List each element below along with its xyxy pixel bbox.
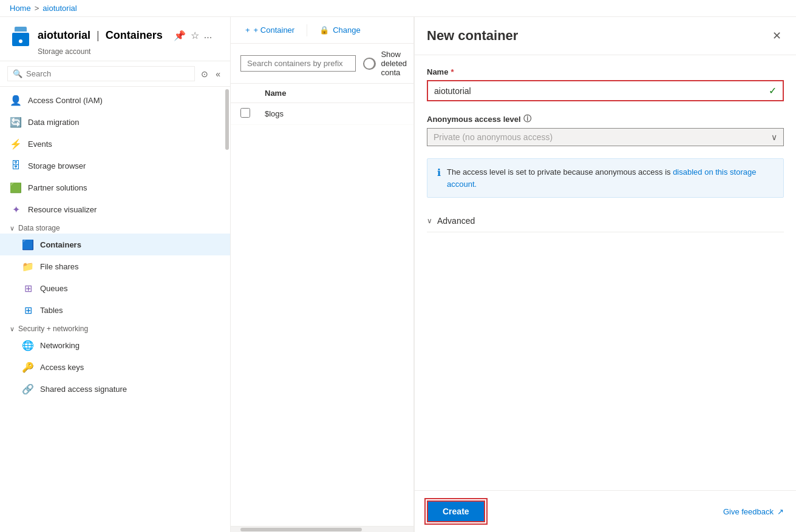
breadcrumb-separator: > bbox=[35, 4, 39, 13]
advanced-header[interactable]: ∨ Advanced bbox=[427, 210, 784, 232]
info-icon: ℹ bbox=[437, 167, 441, 190]
info-text: The access level is set to private becau… bbox=[447, 166, 774, 190]
resource-separator: | bbox=[97, 29, 100, 42]
file-shares-icon: 📁 bbox=[22, 260, 34, 272]
sidebar-item-partner-solutions[interactable]: 🟩 Partner solutions bbox=[0, 177, 230, 198]
sidebar-item-access-keys[interactable]: 🔑 Access keys bbox=[0, 356, 230, 378]
data-storage-label: Data storage bbox=[18, 224, 60, 232]
shared-access-icon: 🔗 bbox=[22, 383, 34, 395]
sidebar-item-networking[interactable]: 🌐 Networking bbox=[0, 334, 230, 356]
resource-icon bbox=[10, 24, 32, 46]
sidebar-nav: 👤 Access Control (IAM) 🔄 Data migration … bbox=[0, 87, 230, 532]
sidebar-item-data-migration[interactable]: 🔄 Data migration bbox=[0, 111, 230, 133]
networking-icon: 🌐 bbox=[22, 339, 34, 351]
header-checkbox-cell bbox=[240, 89, 265, 98]
header-name-cell[interactable]: Name bbox=[265, 89, 311, 98]
sidebar-item-label: Data migration bbox=[28, 118, 80, 127]
access-level-info-icon[interactable]: ⓘ bbox=[523, 113, 531, 124]
star-icon[interactable]: ☆ bbox=[191, 30, 199, 41]
breadcrumb: Home > aiotutorial bbox=[0, 0, 796, 17]
content-search-area: Show deleted conta bbox=[231, 44, 413, 84]
sidebar-item-queues[interactable]: ⊞ Queues bbox=[0, 277, 230, 299]
sidebar-item-resource-visualizer[interactable]: ✦ Resource visualizer bbox=[0, 198, 230, 220]
feedback-icon: ↗ bbox=[777, 507, 784, 516]
name-input-text: aiotutorial bbox=[434, 86, 471, 96]
search-box[interactable]: 🔍 bbox=[7, 66, 195, 81]
info-link[interactable]: disabled on this storage account. bbox=[447, 167, 756, 189]
sidebar-item-events[interactable]: ⚡ Events bbox=[0, 133, 230, 155]
sidebar-item-label: Partner solutions bbox=[28, 183, 87, 192]
sidebar-item-label: Networking bbox=[40, 341, 80, 350]
sidebar-item-label: Tables bbox=[40, 306, 63, 315]
feedback-label: Give feedback bbox=[723, 507, 774, 516]
sidebar-filter-btn[interactable]: ⊙ bbox=[199, 68, 211, 80]
panel-body: Name * aiotutorial ✓ Anonymous access le… bbox=[415, 55, 796, 490]
sidebar-item-label: Access keys bbox=[40, 363, 84, 372]
panel-footer: Create Give feedback ↗ bbox=[415, 490, 796, 532]
new-container-panel: New container ✕ Name * aiotutorial ✓ bbox=[413, 17, 796, 532]
header-col2-cell bbox=[311, 89, 357, 98]
add-container-btn[interactable]: + + Container bbox=[240, 23, 299, 37]
sidebar-search-area: 🔍 ⊙ « bbox=[0, 61, 230, 87]
sidebar-item-containers[interactable]: 🟦 Containers bbox=[0, 234, 230, 255]
sidebar-item-file-shares[interactable]: 📁 File shares bbox=[0, 255, 230, 277]
resource-subtitle: Storage account bbox=[38, 47, 220, 56]
advanced-chevron-icon: ∨ bbox=[427, 217, 432, 225]
security-chevron: ∨ bbox=[10, 325, 15, 333]
panel-close-btn[interactable]: ✕ bbox=[770, 27, 784, 45]
more-icon[interactable]: ... bbox=[204, 30, 212, 41]
containers-icon: 🟦 bbox=[22, 238, 34, 251]
pin-icon[interactable]: 📌 bbox=[174, 30, 186, 41]
data-storage-chevron: ∨ bbox=[10, 224, 15, 232]
content-toolbar: + + Container 🔒 Change bbox=[231, 17, 413, 44]
change-label: Change bbox=[333, 25, 361, 35]
queues-icon: ⊞ bbox=[22, 282, 34, 294]
breadcrumb-current[interactable]: aiotutorial bbox=[43, 4, 77, 13]
info-box: ℹ The access level is set to private bec… bbox=[427, 158, 784, 198]
add-container-icon: + bbox=[245, 25, 250, 35]
select-chevron-icon: ∨ bbox=[771, 132, 777, 142]
add-container-label: + Container bbox=[254, 25, 295, 35]
row-checkbox[interactable] bbox=[240, 108, 265, 120]
sidebar-item-shared-access[interactable]: 🔗 Shared access signature bbox=[0, 378, 230, 400]
table-header: Name bbox=[231, 84, 413, 103]
table-row[interactable]: $logs bbox=[231, 103, 413, 125]
panel-title: New container bbox=[427, 28, 518, 44]
sidebar-item-label: Shared access signature bbox=[40, 385, 127, 394]
breadcrumb-home[interactable]: Home bbox=[10, 4, 31, 13]
sidebar-item-tables[interactable]: ⊞ Tables bbox=[0, 299, 230, 321]
change-btn[interactable]: 🔒 Change bbox=[315, 23, 366, 37]
sidebar-item-access-control[interactable]: 👤 Access Control (IAM) bbox=[0, 89, 230, 111]
panel-header: New container ✕ bbox=[415, 17, 796, 55]
show-deleted-label: Show deleted conta bbox=[381, 50, 413, 77]
row-name: $logs bbox=[265, 109, 311, 118]
sidebar-collapse-btn[interactable]: « bbox=[213, 68, 223, 80]
row-checkbox-input[interactable] bbox=[240, 108, 250, 118]
feedback-link[interactable]: Give feedback ↗ bbox=[723, 507, 784, 516]
tables-icon: ⊞ bbox=[22, 304, 34, 316]
create-button[interactable]: Create bbox=[427, 500, 485, 522]
advanced-label: Advanced bbox=[437, 216, 475, 226]
partner-solutions-icon: 🟩 bbox=[10, 181, 22, 194]
deleted-toggle-switch[interactable] bbox=[363, 58, 376, 70]
sidebar-header: aiotutorial | Containers 📌 ☆ ... Storage… bbox=[0, 17, 230, 61]
security-networking-label: Security + networking bbox=[18, 325, 88, 333]
access-level-label: Anonymous access level ⓘ bbox=[427, 113, 784, 124]
main-layout: aiotutorial | Containers 📌 ☆ ... Storage… bbox=[0, 17, 796, 532]
show-deleted-toggle[interactable]: Show deleted conta bbox=[363, 50, 413, 77]
access-level-placeholder: Private (no anonymous access) bbox=[434, 132, 553, 142]
search-input[interactable] bbox=[26, 69, 189, 78]
sidebar-item-storage-browser[interactable]: 🗄 Storage browser bbox=[0, 155, 230, 177]
header-col3-cell bbox=[358, 89, 404, 98]
resource-title-row: aiotutorial | Containers 📌 ☆ ... bbox=[10, 24, 220, 46]
data-migration-icon: 🔄 bbox=[10, 116, 22, 128]
table-scrollbar[interactable] bbox=[240, 528, 362, 531]
sidebar-item-label: Access Control (IAM) bbox=[28, 96, 103, 105]
data-storage-section[interactable]: ∨ Data storage bbox=[0, 220, 230, 234]
search-icon: 🔍 bbox=[13, 69, 22, 78]
sidebar-item-label: Containers bbox=[40, 240, 81, 249]
security-networking-section[interactable]: ∨ Security + networking bbox=[0, 321, 230, 334]
access-level-select[interactable]: Private (no anonymous access) ∨ bbox=[427, 128, 784, 146]
container-search-input[interactable] bbox=[240, 55, 356, 72]
required-star: * bbox=[451, 67, 454, 76]
